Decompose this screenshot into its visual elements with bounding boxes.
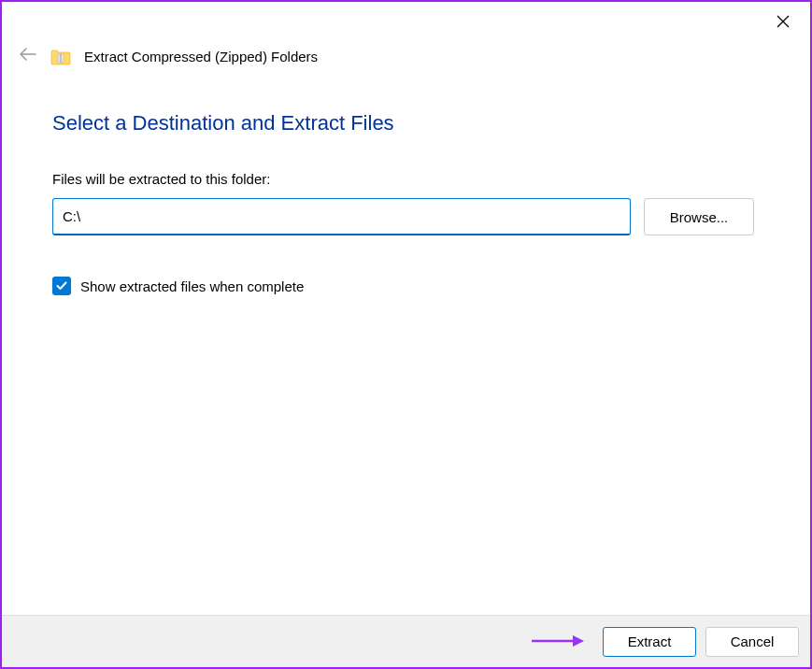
page-heading: Select a Destination and Extract Files [52,111,754,135]
path-field-label: Files will be extracted to this folder: [52,171,754,187]
dialog-footer: Extract Cancel [2,615,810,667]
close-button[interactable] [769,9,797,36]
browse-button[interactable]: Browse... [644,198,754,235]
window-title: Extract Compressed (Zipped) Folders [84,49,318,64]
close-icon [776,15,790,28]
cancel-button[interactable]: Cancel [705,627,799,657]
wizard-header: Extract Compressed (Zipped) Folders [2,2,810,66]
path-input-row: Browse... [52,198,754,235]
zipped-folder-icon [50,49,71,65]
back-arrow-icon [19,47,37,66]
extract-button[interactable]: Extract [603,627,696,657]
checkmark-icon [55,279,68,292]
show-files-checkbox-row: Show extracted files when complete [52,277,754,295]
destination-path-input[interactable] [52,198,631,235]
content-area: Select a Destination and Extract Files F… [2,66,810,295]
show-files-checkbox-label: Show extracted files when complete [80,278,304,294]
show-files-checkbox[interactable] [52,277,71,295]
